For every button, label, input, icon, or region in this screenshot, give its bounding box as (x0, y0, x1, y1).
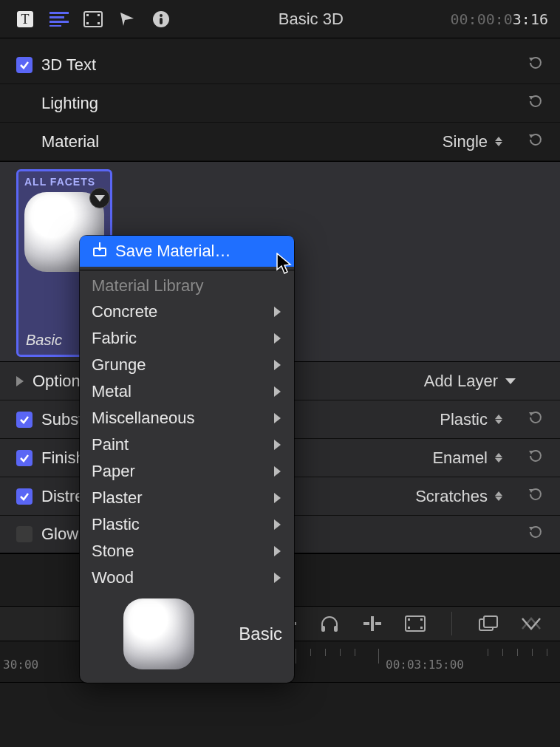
checkbox-glow[interactable] (16, 526, 33, 542)
timecode-dim: 00:00:0 (451, 10, 513, 28)
checkbox-finish[interactable] (16, 450, 33, 466)
menu-item-concrete[interactable]: Concrete (80, 299, 294, 325)
add-layer-popup[interactable]: Add Layer (424, 372, 516, 391)
svg-rect-37 (420, 618, 423, 621)
svg-rect-2 (49, 12, 69, 14)
svg-rect-7 (86, 14, 89, 16)
substance-popup[interactable]: Plastic (440, 410, 502, 429)
info-tab-icon[interactable] (151, 9, 171, 30)
timeline-label-right: 00:03:15:00 (386, 658, 464, 672)
menu-item-label: Grunge (92, 355, 146, 375)
checkbox-3d-text[interactable] (16, 57, 33, 73)
menu-item-wood[interactable]: Wood (80, 564, 294, 591)
windows-icon[interactable] (477, 613, 499, 635)
row-3d-text: 3D Text (0, 46, 560, 84)
menu-item-label: Concrete (92, 302, 157, 321)
material-popup-menu: Save Material… Material Library Concrete… (80, 236, 294, 683)
distress-value: Scratches (415, 487, 488, 506)
material-value: Single (443, 132, 488, 151)
svg-rect-38 (420, 627, 423, 629)
timeline-tick (517, 649, 518, 656)
text-tab-icon[interactable]: T (15, 9, 35, 30)
timeline-tick (296, 649, 296, 664)
menu-item-label: Save Material… (115, 242, 231, 261)
menu-item-plaster[interactable]: Plaster (80, 485, 294, 511)
svg-point-13 (160, 14, 163, 17)
menu-item-label: Miscellaneous (92, 409, 194, 428)
updown-icon (495, 137, 502, 146)
material-disclosure-button[interactable] (89, 188, 110, 208)
svg-marker-19 (529, 451, 533, 454)
menu-item-label: Plaster (92, 488, 142, 508)
timeline-label-left: 30:00 (3, 658, 38, 672)
svg-rect-3 (49, 16, 64, 18)
paragraph-tab-icon[interactable] (49, 9, 69, 30)
menu-item-label: Fabric (92, 329, 137, 348)
facet-title: ALL FACETS (24, 176, 95, 188)
svg-text:T: T (21, 12, 30, 27)
submenu-arrow-icon (274, 440, 281, 450)
skimming-icon[interactable] (361, 613, 383, 635)
headphones-icon[interactable] (318, 613, 341, 635)
menu-item-stone[interactable]: Stone (80, 538, 294, 564)
menu-item-grunge[interactable]: Grunge (80, 352, 294, 378)
material-popup[interactable]: Single (443, 132, 502, 151)
svg-marker-21 (529, 527, 533, 531)
submenu-arrow-icon (274, 333, 281, 344)
loop-icon[interactable] (520, 613, 542, 635)
checkbox-substance[interactable] (16, 412, 33, 428)
reset-substance-icon[interactable] (527, 409, 544, 430)
save-icon (92, 241, 108, 262)
submenu-arrow-icon (274, 546, 281, 556)
menu-item-metal[interactable]: Metal (80, 378, 294, 405)
menu-separator (80, 270, 294, 270)
reset-material-icon[interactable] (527, 132, 544, 152)
reset-3d-text-icon[interactable] (527, 55, 544, 75)
row-lighting[interactable]: Lighting (0, 84, 560, 123)
label-lighting: Lighting (41, 94, 547, 113)
menu-section-header: Material Library (80, 272, 294, 299)
menu-item-label: Plastic (92, 515, 140, 534)
svg-rect-5 (49, 25, 61, 27)
svg-rect-14 (160, 18, 163, 24)
chevron-down-icon (505, 378, 516, 384)
submenu-arrow-icon (274, 573, 281, 583)
distress-popup[interactable]: Scratches (415, 487, 502, 506)
menu-item-plastic[interactable]: Plastic (80, 511, 294, 538)
menu-item-paper[interactable]: Paper (80, 458, 294, 485)
checkbox-distress[interactable] (16, 488, 33, 505)
basic-swatch (123, 598, 194, 669)
reset-distress-icon[interactable] (527, 486, 544, 507)
menu-item-fabric[interactable]: Fabric (80, 325, 294, 352)
svg-marker-43 (277, 253, 290, 273)
disclosure-triangle-icon[interactable] (16, 376, 24, 386)
svg-marker-17 (529, 134, 533, 138)
finish-popup[interactable]: Enamel (432, 448, 502, 468)
svg-rect-9 (98, 14, 100, 16)
video-tab-icon[interactable] (83, 9, 103, 30)
svg-rect-28 (295, 622, 296, 625)
svg-rect-35 (408, 618, 410, 621)
row-material: Material Single (0, 123, 560, 161)
timecode-display: 00:00:03:16 (451, 10, 548, 28)
svg-rect-29 (321, 626, 325, 632)
svg-rect-30 (334, 626, 338, 632)
svg-rect-31 (371, 616, 374, 631)
reset-lighting-icon[interactable] (527, 93, 544, 114)
updown-icon (495, 415, 502, 424)
reset-finish-icon[interactable] (527, 448, 544, 468)
submenu-arrow-icon (274, 360, 281, 370)
cursor-icon (276, 253, 294, 275)
reset-glow-icon[interactable] (527, 524, 544, 545)
menu-item-miscellaneous[interactable]: Miscellaneous (80, 405, 294, 432)
menu-item-basic[interactable]: Basic (80, 591, 294, 672)
updown-icon (495, 491, 502, 501)
material-name: Basic (26, 332, 62, 349)
filmstrip-icon[interactable] (404, 613, 426, 635)
menu-item-paint[interactable]: Paint (80, 432, 294, 458)
appearance-tab-icon[interactable] (117, 9, 137, 30)
menu-item-save-material[interactable]: Save Material… (80, 236, 294, 267)
timeline-tick (488, 649, 488, 656)
timecode-active: 3:16 (513, 10, 548, 28)
label-material: Material (41, 132, 443, 151)
